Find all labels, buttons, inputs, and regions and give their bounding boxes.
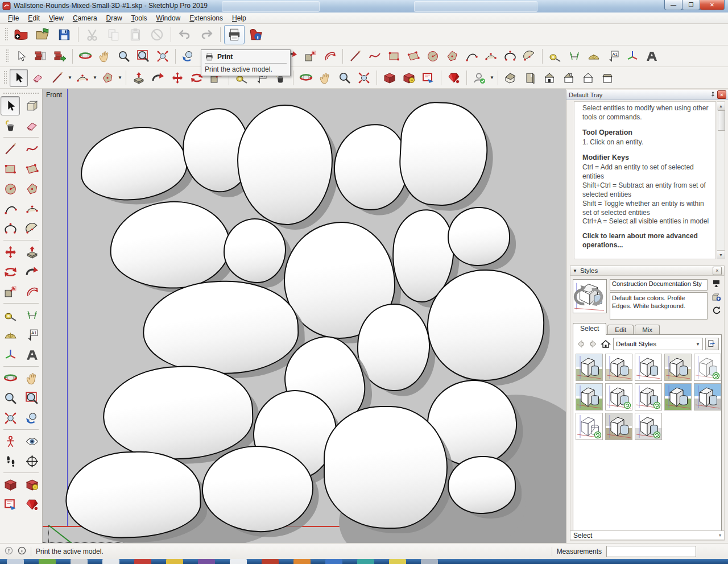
rotated-rectangle-button[interactable] <box>22 159 42 179</box>
rectangle-button[interactable] <box>1 159 20 179</box>
style-thumbnail-12[interactable] <box>605 413 632 440</box>
measurements-input[interactable] <box>606 546 696 557</box>
share-model-stack-button[interactable] <box>51 47 69 65</box>
undo-button[interactable] <box>175 25 195 44</box>
show-secondary-pane-icon[interactable] <box>712 279 721 289</box>
stone[interactable] <box>355 302 431 392</box>
send-to-layout-button[interactable] <box>419 69 437 87</box>
zoom-previous-button[interactable] <box>22 408 42 428</box>
zoom-extents-button[interactable] <box>154 47 172 65</box>
style-thumbnail-3[interactable] <box>635 354 662 381</box>
eraser-button[interactable] <box>22 116 42 135</box>
dimension-button[interactable] <box>22 305 42 325</box>
credits-info-icon[interactable] <box>18 546 26 557</box>
polygon-button[interactable] <box>98 69 117 87</box>
three-point-arc-button[interactable] <box>501 47 519 65</box>
menu-tools[interactable]: Tools <box>127 13 152 23</box>
stone[interactable] <box>324 406 448 529</box>
taskbar-item[interactable] <box>39 559 56 564</box>
style-description-field[interactable]: Default face colors. Profile Edges. Whit… <box>610 292 708 320</box>
freehand-button[interactable] <box>366 47 384 65</box>
dimension-button[interactable] <box>565 47 584 65</box>
share-model-button[interactable] <box>400 69 418 87</box>
protractor-button[interactable] <box>585 47 603 65</box>
pan-button[interactable] <box>316 69 334 87</box>
style-thumbnail-11[interactable] <box>576 413 603 440</box>
model-info-button[interactable] <box>246 25 266 44</box>
select-outline-button[interactable] <box>12 47 30 65</box>
styles-panel-header[interactable]: ▼ Styles × <box>570 266 725 276</box>
taskbar-item[interactable] <box>102 559 119 564</box>
stone[interactable] <box>448 456 516 514</box>
line-button[interactable] <box>1 139 20 159</box>
taskbar-item[interactable] <box>230 559 247 564</box>
polygon-button[interactable] <box>22 179 42 198</box>
three-point-arc-button[interactable] <box>1 219 20 238</box>
save-button[interactable] <box>54 25 75 44</box>
create-new-style-icon[interactable] <box>712 292 721 302</box>
stone[interactable] <box>332 123 409 212</box>
stone[interactable] <box>141 278 300 376</box>
view-right-button[interactable] <box>560 69 578 87</box>
stone[interactable] <box>448 207 510 266</box>
style-thumbnail-7[interactable] <box>605 383 632 410</box>
menu-extensions[interactable]: Extensions <box>185 13 228 23</box>
two-point-arc-dropdown-caret[interactable]: ▼ <box>92 69 98 86</box>
update-style-icon[interactable] <box>712 305 721 315</box>
view-top-button[interactable] <box>521 69 539 87</box>
zoom-button[interactable] <box>336 69 354 87</box>
pie-button[interactable] <box>22 219 42 238</box>
styles-close-button[interactable]: × <box>713 267 722 275</box>
3d-warehouse-button[interactable] <box>1 475 20 494</box>
tape-measure-button[interactable] <box>546 47 564 65</box>
taskbar-item[interactable] <box>293 559 311 564</box>
select-button[interactable] <box>1 96 20 115</box>
taskbar-item[interactable] <box>262 559 279 564</box>
nav-back-icon[interactable] <box>576 339 586 349</box>
home-icon[interactable] <box>601 339 611 349</box>
look-around-button[interactable] <box>22 432 42 451</box>
orbit-button[interactable] <box>1 368 20 388</box>
circle-button[interactable] <box>1 179 20 198</box>
account-dropdown-caret[interactable]: ▼ <box>489 69 495 86</box>
open-button[interactable] <box>32 25 53 44</box>
push-pull-button[interactable] <box>130 69 148 87</box>
scroll-up-icon[interactable]: ▲ <box>717 102 725 110</box>
taskbar-item[interactable] <box>198 559 215 564</box>
menu-file[interactable]: File <box>3 13 23 23</box>
zoom-window-button[interactable] <box>22 388 42 408</box>
protractor-button[interactable] <box>1 325 20 345</box>
taskbar-item[interactable] <box>166 559 183 564</box>
print-button[interactable] <box>224 25 245 44</box>
resize-grip-icon[interactable]: ▾ <box>719 533 721 538</box>
stone[interactable] <box>397 100 490 208</box>
view-left-button[interactable] <box>598 69 617 87</box>
zoom-button[interactable] <box>115 47 133 65</box>
model-viewport[interactable]: Front <box>43 89 566 543</box>
pan-button[interactable] <box>96 47 114 65</box>
make-component-button[interactable] <box>22 96 42 115</box>
get-models-stack-button[interactable] <box>31 47 49 65</box>
instructor-advanced-link[interactable]: Click to learn about more advanced opera… <box>582 232 712 250</box>
push-pull-button[interactable] <box>22 242 42 262</box>
position-camera-button[interactable] <box>1 432 20 451</box>
style-thumbnail-1[interactable] <box>576 354 603 381</box>
new-button[interactable] <box>11 25 31 44</box>
stone[interactable] <box>64 449 202 540</box>
menu-draw[interactable]: Draw <box>102 13 127 23</box>
taskbar-item[interactable] <box>7 559 24 564</box>
style-name-field[interactable]: Construction Documentation Sty <box>610 279 708 291</box>
line-dropdown-caret[interactable]: ▼ <box>67 69 73 86</box>
minimize-button[interactable]: — <box>664 0 682 10</box>
zoom-window-button[interactable] <box>134 47 152 65</box>
scroll-down-icon[interactable]: ▼ <box>717 250 725 259</box>
tape-measure-button[interactable] <box>1 305 20 325</box>
taskbar-item[interactable] <box>134 559 151 564</box>
details-menu-button[interactable] <box>705 338 719 350</box>
3d-text-button[interactable] <box>643 47 661 65</box>
zoom-button[interactable] <box>1 388 20 408</box>
nav-forward-icon[interactable] <box>588 339 598 349</box>
orbit-button[interactable] <box>297 69 315 87</box>
view-iso-button[interactable] <box>502 69 520 87</box>
3d-text-button[interactable] <box>22 345 42 364</box>
